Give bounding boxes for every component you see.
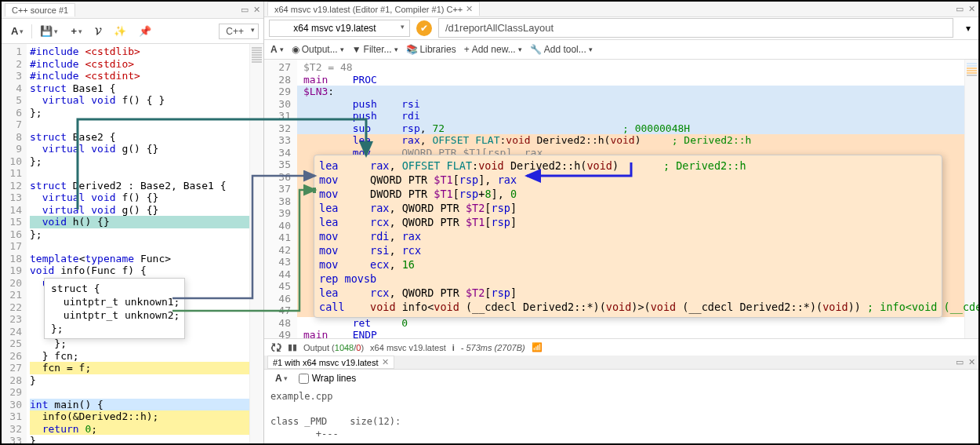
wrap-lines-checkbox[interactable]: Wrap lines: [299, 373, 356, 384]
reload-icon[interactable]: 🗘: [270, 341, 281, 354]
minimize-icon[interactable]: ▭: [241, 5, 249, 15]
font-button[interactable]: A▾: [270, 44, 284, 55]
save-button[interactable]: 💾▾: [35, 23, 63, 39]
vim-button[interactable]: 𝓥: [90, 23, 106, 40]
filter-button[interactable]: ▼ Filter...▾: [352, 44, 398, 55]
output-toolbar: A▾ Wrap lines: [264, 370, 978, 387]
language-select[interactable]: C++: [219, 24, 259, 39]
output-text: example.cpp class _PMD size(12): +---: [264, 387, 978, 443]
output-tab-bar: #1 with x64 msvc v19.latest ✕ ▭ ✕: [264, 356, 978, 370]
status-time: - 573ms (2707B): [461, 343, 525, 352]
compiler-bar: x64 msvc v19.latest ✔ ▾: [264, 17, 978, 40]
source-tab[interactable]: C++ source #1: [5, 3, 75, 16]
asm-zoom-overlay: lea rax, OFFSET FLAT:void Derived2::h(vo…: [314, 155, 942, 318]
asm-toolbar: A▾ ◉ Output...▾ ▼ Filter...▾ 📚 Libraries…: [264, 40, 978, 60]
status-output-label: Output (1048/0): [303, 343, 364, 352]
add-button[interactable]: +▾: [66, 23, 87, 39]
source-editor[interactable]: 1234567891011121314151617181920212223242…: [2, 44, 263, 443]
compiler-tab-label: x64 msvc v19.latest (Editor #1, Compiler…: [274, 5, 463, 14]
struct-overlay: struct { uintptr_t unknown1; uintptr_t u…: [44, 278, 185, 339]
add-tool-button[interactable]: 🔧 Add tool...▾: [530, 44, 593, 55]
compiler-select[interactable]: x64 msvc v19.latest: [269, 20, 410, 37]
output-button[interactable]: ◉ Output...▾: [292, 44, 344, 55]
source-tab-bar: C++ source #1 ▭ ✕: [2, 2, 263, 19]
signal-icon: 📶: [532, 342, 543, 352]
minimize-icon[interactable]: ▭: [956, 357, 964, 367]
close-icon[interactable]: ✕: [382, 357, 389, 367]
close-icon[interactable]: ✕: [253, 5, 260, 15]
font-button[interactable]: A▾: [6, 23, 28, 39]
close-icon[interactable]: ✕: [968, 357, 975, 367]
libraries-button[interactable]: 📚 Libraries: [406, 44, 456, 55]
compiler-tab-bar: x64 msvc v19.latest (Editor #1, Compiler…: [264, 2, 978, 17]
compiler-opts-caret[interactable]: ▾: [963, 20, 974, 36]
compiler-tab[interactable]: x64 msvc v19.latest (Editor #1, Compiler…: [267, 2, 480, 16]
close-icon[interactable]: ✕: [968, 4, 975, 14]
close-icon[interactable]: ✕: [466, 4, 473, 14]
status-compiler: x64 msvc v19.latest: [370, 343, 446, 352]
add-new-button[interactable]: + Add new...▾: [464, 44, 522, 55]
pin-icon[interactable]: 📌: [134, 23, 156, 39]
wand-icon[interactable]: ✨: [109, 23, 131, 39]
source-toolbar: A▾ 💾▾ +▾ 𝓥 ✨ 📌 C++: [2, 19, 263, 44]
status-bar: 🗘 ▮▮ Output (1048/0) x64 msvc v19.latest…: [264, 338, 978, 356]
compiler-flags-input[interactable]: [438, 18, 953, 38]
output-tab[interactable]: #1 with x64 msvc v19.latest ✕: [267, 356, 394, 369]
bars-icon[interactable]: ▮▮: [288, 342, 297, 352]
minimize-icon[interactable]: ▭: [956, 4, 964, 14]
font-button[interactable]: A▾: [270, 370, 292, 386]
status-check-icon: ✔: [416, 20, 432, 36]
source-tab-label: C++ source #1: [12, 5, 68, 15]
info-icon[interactable]: i: [452, 343, 455, 352]
minimap[interactable]: [249, 44, 263, 443]
source-pane: C++ source #1 ▭ ✕ A▾ 💾▾ +▾ 𝓥 ✨ 📌 C++ 123…: [2, 2, 264, 443]
asm-minimap[interactable]: [964, 60, 978, 338]
